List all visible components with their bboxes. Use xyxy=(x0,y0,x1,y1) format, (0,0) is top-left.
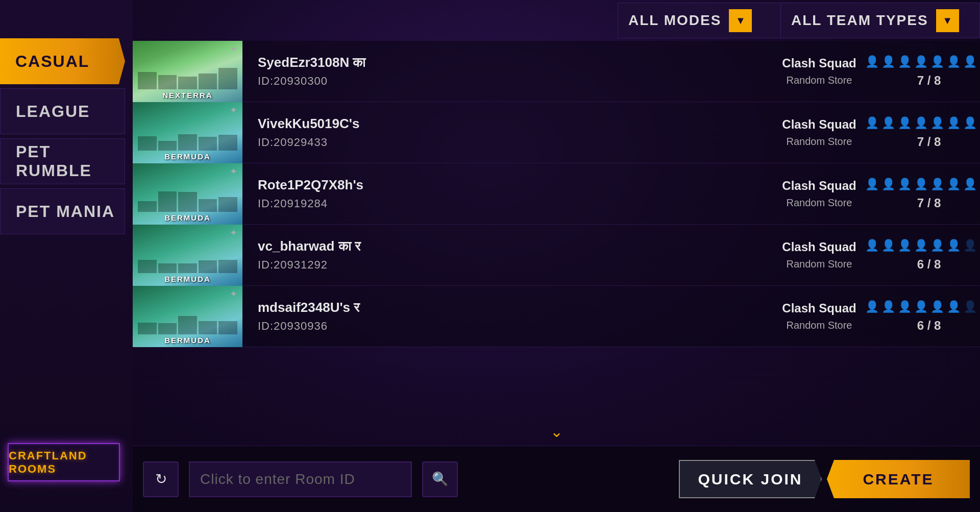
room-map: ✦ BERMUDA xyxy=(133,163,242,225)
room-info: mdsaif2348U's र ID:20930936 xyxy=(242,295,761,338)
main-content: ALL MODES ▼ ALL TEAM TYPES ▼ ✦ NEXTERRA … xyxy=(133,0,980,512)
player-icon: 👤 xyxy=(914,116,928,130)
room-row[interactable]: ✦ NEXTERRA SyedEzr3108N का ID:20930300 C… xyxy=(133,41,980,102)
room-id: ID:20929433 xyxy=(258,136,745,149)
player-icon: 👤 xyxy=(930,300,944,313)
map-buildings xyxy=(138,125,237,151)
building xyxy=(138,323,157,334)
search-icon: 🔍 xyxy=(432,471,448,487)
sidebar-item-casual[interactable]: CASUAL xyxy=(0,38,125,84)
sidebar-item-pet-rumble[interactable]: PET RUMBLE xyxy=(0,138,125,184)
player-icon: 👤 xyxy=(898,178,912,191)
room-row[interactable]: ✦ BERMUDA VivekKu5019C's ID:20929433 Cla… xyxy=(133,102,980,163)
room-info: Rote1P2Q7X8h's ID:20919284 xyxy=(242,172,761,215)
sidebar-pet-mania-label: PET MANIA xyxy=(16,202,115,221)
player-icon: 👤 xyxy=(865,300,879,313)
room-mode: Clash Squad Random Store xyxy=(761,235,878,275)
map-name-label: NEXTERRA xyxy=(162,91,213,100)
search-button[interactable]: 🔍 xyxy=(422,461,458,497)
room-players: 👤👤👤👤👤👤👤👤 7 / 8 xyxy=(878,111,980,154)
sidebar-league-label: LEAGUE xyxy=(16,102,90,121)
create-button[interactable]: CREATE xyxy=(827,460,970,498)
room-mode-sub: Random Store xyxy=(766,75,873,86)
room-row[interactable]: ✦ BERMUDA vc_bharwad का र ID:20931292 Cl… xyxy=(133,225,980,286)
room-host: mdsaif2348U's र xyxy=(258,300,745,315)
player-icon: 👤 xyxy=(947,178,961,191)
room-host: Rote1P2Q7X8h's xyxy=(258,177,745,193)
room-mode-sub: Random Store xyxy=(766,258,873,270)
sidebar-item-pet-mania[interactable]: PET MANIA xyxy=(0,188,125,234)
team-types-dropdown[interactable]: ALL TEAM TYPES ▼ xyxy=(781,3,980,38)
player-icon: 👤 xyxy=(898,239,912,252)
rooms-list: ✦ NEXTERRA SyedEzr3108N का ID:20930300 C… xyxy=(133,41,980,446)
map-name-label: BERMUDA xyxy=(164,213,211,222)
building xyxy=(199,260,217,273)
building xyxy=(158,141,177,150)
player-icon: 👤 xyxy=(865,55,879,68)
room-row[interactable]: ✦ BERMUDA Rote1P2Q7X8h's ID:20919284 Cla… xyxy=(133,163,980,225)
room-players: 👤👤👤👤👤👤👤👤 6 / 8 xyxy=(878,234,980,277)
player-icon: 👤 xyxy=(865,239,879,252)
room-mode-sub: Random Store xyxy=(766,197,873,209)
player-icon: 👤 xyxy=(914,300,928,313)
map-name-label: BERMUDA xyxy=(164,275,211,283)
map-buildings xyxy=(138,64,237,89)
building xyxy=(178,192,197,212)
room-id: ID:20930300 xyxy=(258,75,745,88)
sidebar-casual-label: CASUAL xyxy=(15,52,89,71)
player-icon: 👤 xyxy=(930,239,944,252)
map-star-icon: ✦ xyxy=(230,105,237,116)
map-buildings xyxy=(138,248,237,273)
room-mode-name: Clash Squad xyxy=(766,117,873,132)
team-types-dropdown-arrow[interactable]: ▼ xyxy=(936,9,959,32)
player-icon: 👤 xyxy=(881,178,895,191)
map-name-label: BERMUDA xyxy=(164,336,211,345)
building xyxy=(138,260,157,273)
player-count: 7 / 8 xyxy=(917,135,941,149)
sidebar: CASUAL LEAGUE PET RUMBLE PET MANIA CRAFT… xyxy=(0,0,133,512)
building xyxy=(138,72,157,89)
scroll-down-indicator[interactable]: ⌄ xyxy=(550,423,563,441)
room-mode-sub: Random Store xyxy=(766,136,873,148)
craftland-label: CRAFTLAND ROOMS xyxy=(9,449,119,476)
player-icon: 👤 xyxy=(963,55,977,68)
craftland-rooms-button[interactable]: CRAFTLAND ROOMS xyxy=(8,443,120,481)
building xyxy=(218,135,237,150)
modes-dropdown-label: ALL MODES xyxy=(628,12,721,29)
map-star-icon: ✦ xyxy=(230,43,237,55)
player-icon: 👤 xyxy=(881,239,895,252)
room-mode-name: Clash Squad xyxy=(766,56,873,70)
map-star-icon: ✦ xyxy=(230,166,237,177)
room-map: ✦ BERMUDA xyxy=(133,102,242,163)
quick-join-button[interactable]: QUICK JOIN xyxy=(679,460,822,498)
room-mode: Clash Squad Random Store xyxy=(761,296,878,336)
player-count: 7 / 8 xyxy=(917,196,941,210)
player-icon: 👤 xyxy=(930,116,944,130)
player-count: 7 / 8 xyxy=(917,74,941,88)
player-icon: 👤 xyxy=(914,178,928,191)
team-types-dropdown-label: ALL TEAM TYPES xyxy=(791,12,928,29)
building xyxy=(178,263,197,273)
room-id-input[interactable]: Click to enter Room ID xyxy=(189,461,412,497)
player-icon: 👤 xyxy=(963,178,977,191)
modes-dropdown[interactable]: ALL MODES ▼ xyxy=(618,3,781,38)
sidebar-item-league[interactable]: LEAGUE xyxy=(0,88,125,134)
player-icon: 👤 xyxy=(898,55,912,68)
player-icon: 👤 xyxy=(947,116,961,130)
building xyxy=(199,199,217,211)
player-icon: 👤 xyxy=(930,55,944,68)
player-icons-group: 👤👤👤👤👤👤👤👤 xyxy=(865,300,981,313)
refresh-button[interactable]: ↻ xyxy=(143,461,179,497)
modes-dropdown-arrow[interactable]: ▼ xyxy=(729,9,752,32)
player-icons-group: 👤👤👤👤👤👤👤👤 xyxy=(865,116,981,130)
room-mode: Clash Squad Random Store xyxy=(761,112,878,153)
player-icons-group: 👤👤👤👤👤👤👤👤 xyxy=(865,178,981,191)
room-info: SyedEzr3108N का ID:20930300 xyxy=(242,50,761,93)
map-buildings xyxy=(138,309,237,334)
room-row[interactable]: ✦ BERMUDA mdsaif2348U's र ID:20930936 Cl… xyxy=(133,286,980,347)
room-players: 👤👤👤👤👤👤👤👤 6 / 8 xyxy=(878,295,980,338)
player-count: 6 / 8 xyxy=(917,257,941,272)
building xyxy=(218,197,237,212)
bottom-bar: ↻ Click to enter Room ID 🔍 QUICK JOIN CR… xyxy=(133,446,980,512)
room-host: VivekKu5019C's xyxy=(258,116,745,132)
